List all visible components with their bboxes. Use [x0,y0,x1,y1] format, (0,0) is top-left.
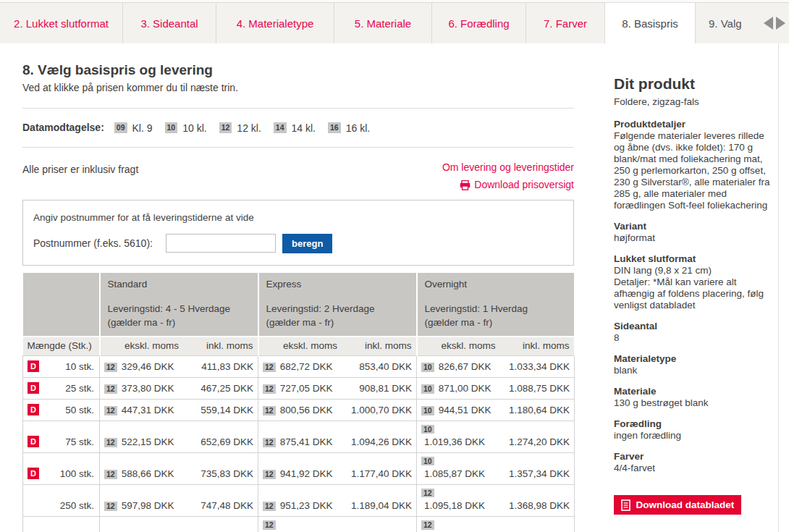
postcode-instruction: Angiv postnummer for at få leveringstide… [33,212,561,223]
time-slot: 09Kl. 9 [114,122,153,134]
price-cell[interactable]: 12329,46 DKK411,83 DKK [100,356,258,378]
download-prices-link[interactable]: Download prisoversigt [442,177,574,194]
service-header-overnight: OvernightLeveringstid: 1 Hverdag(gælder … [417,273,575,337]
price-cell[interactable]: 10826,67 DKK1.033,34 DKK [417,356,575,378]
d-badge: D [28,468,39,479]
price-cell[interactable]: 12800,56 DKK1.000,70 DKK [258,400,417,421]
incl-price[interactable]: 1.180,64 DKK [498,405,570,415]
quantity-value: 250 stk. [28,500,95,511]
quantity-cell: D100 stk. [23,453,100,485]
excl-price[interactable]: 12522,15 DKK [104,436,182,447]
postcode-input[interactable] [166,234,276,253]
price-cell[interactable]: 12522,15 DKK652,69 DKK [100,421,258,453]
scroll-right-icon[interactable] [776,17,785,30]
main-content: 8. Vælg basispris og levering Ved at kli… [22,43,574,532]
excl-price[interactable]: 10944,51 DKK [421,405,498,415]
price-cell[interactable]: 12686,54 DKK858,18 DKK [100,517,258,532]
incl-price[interactable]: 1.088,75 DKK [498,383,570,394]
price-cell[interactable]: 101.019,36 DKK1.274,20 DKK [417,421,575,453]
incl-price[interactable]: 908,81 DKK [340,383,412,394]
incl-price[interactable]: 559,14 DKK [182,405,253,415]
price-cell[interactable]: 12597,98 DKK747,48 DKK [100,485,258,517]
excl-price[interactable]: 12941,92 DKK [263,468,340,479]
incl-price[interactable]: 853,40 DKK [340,361,412,372]
incl-price[interactable]: 1.177,40 DKK [340,468,412,479]
excl-price[interactable]: 121.039,80 DKK [263,519,340,532]
excl-price[interactable]: 101.019,36 DKK [421,423,498,448]
incl-price[interactable]: 1.000,70 DKK [340,405,412,415]
price-cell[interactable]: 12373,80 DKK467,25 DKK [100,378,258,400]
excl-price[interactable]: 121.183,75 DKK [421,519,498,532]
incl-price[interactable]: 747,48 DKK [182,500,253,511]
excl-price[interactable]: 12588,66 DKK [104,468,182,479]
excl-price[interactable]: 12373,80 DKK [104,383,182,394]
calculate-button[interactable]: beregn [282,234,332,253]
incl-price[interactable]: 1.094,26 DKK [340,436,412,447]
excl-price[interactable]: 12597,98 DKK [104,500,182,511]
incl-price-value: 1.000,70 DKK [351,405,412,415]
price-cell[interactable]: 121.095,18 DKK1.368,98 DKK [417,485,575,517]
delivery-info-link[interactable]: Om levering og leveringstider [442,159,574,177]
incl-price[interactable]: 652,69 DKK [182,436,253,447]
spec-label: Materiale [614,386,776,397]
excl-price[interactable]: 10871,00 DKK [421,383,498,394]
tab-5-materiale[interactable]: 5. Materiale [334,3,432,43]
price-cell[interactable]: 121.183,75 DKK1.479,69 DKK [417,517,575,532]
time-label: 14 kl. [292,122,316,134]
tab-2-lukket-slutformat[interactable]: 2. Lukket slutformat [0,3,123,43]
shipping-note: Alle priser er inklusiv fragt [22,164,138,194]
page: 2. Lukket slutformat3. Sideantal4. Mater… [0,0,789,532]
price-cell[interactable]: 10871,00 DKK1.088,75 DKK [417,378,575,400]
price-cell[interactable]: 10944,51 DKK1.180,64 DKK [417,400,575,421]
incl-price[interactable]: 735,83 DKK [182,468,253,479]
price-cell[interactable]: 12727,05 DKK908,81 DKK [258,378,417,400]
scroll-left-icon[interactable] [764,17,773,30]
sidebar-right-border [778,43,779,532]
time-badge: 16 [328,122,341,133]
price-cell[interactable]: 12941,92 DKK1.177,40 DKK [258,453,417,485]
tab-8-basispris[interactable]: 8. Basispris [605,3,696,43]
spec-item: Materialetypeblank [614,353,776,376]
time-label: Kl. 9 [132,122,153,134]
excl-price[interactable]: 121.095,18 DKK [421,487,498,512]
price-cell[interactable]: 121.039,80 DKK1.299,75 DKK [258,517,417,532]
excl-price[interactable]: 12727,05 DKK [263,383,340,394]
excl-price[interactable]: 12800,56 DKK [263,405,340,415]
excl-price[interactable]: 10826,67 DKK [421,361,498,372]
tab-4-materialetype[interactable]: 4. Materialetype [216,3,334,43]
excl-price-value: 951,23 DKK [280,500,333,511]
excl-price[interactable]: 12329,46 DKK [104,361,182,372]
excl-price[interactable]: 12682,72 DKK [263,361,340,372]
tab-7-farver[interactable]: 7. Farver [526,3,605,43]
price-row: 250 stk.12597,98 DKK747,48 DKK12951,23 D… [23,485,575,517]
incl-price-value: 1.189,04 DKK [351,500,412,511]
incl-price[interactable]: 1.357,34 DKK [498,468,570,479]
price-cell[interactable]: 12875,41 DKK1.094,26 DKK [258,421,417,453]
incl-price[interactable]: 1.368,98 DKK [498,500,570,511]
excl-price[interactable]: 101.085,87 DKK [421,455,498,480]
price-cell[interactable]: 12447,31 DKK559,14 DKK [100,400,258,421]
excl-price[interactable]: 12951,23 DKK [263,500,340,511]
time-label: 16 kl. [346,122,370,134]
excl-price[interactable]: 12875,41 DKK [263,436,340,447]
incl-price[interactable]: 1.033,34 DKK [498,361,570,372]
incl-price[interactable]: 1.189,04 DKK [340,500,412,511]
tab-3-sideantal[interactable]: 3. Sideantal [123,3,216,43]
incl-price[interactable]: 1.274,20 DKK [498,436,570,447]
incl-price[interactable]: 411,83 DKK [182,361,253,372]
tab-6-forædling[interactable]: 6. Forædling [432,3,526,43]
price-cell[interactable]: 12588,66 DKK735,83 DKK [100,453,258,485]
excl-price[interactable]: 12447,31 DKK [104,405,182,415]
product-summary-title: Dit produkt [614,78,776,90]
incl-price[interactable]: 467,25 DKK [182,383,253,394]
vat-subheader: ekskl. momsinkl. moms [258,337,417,356]
price-cell[interactable]: 101.085,87 DKK1.357,34 DKK [417,453,575,485]
download-datasheet-label: Download databladet [636,499,735,510]
download-prices-label: Download prisoversigt [474,177,574,194]
price-cell[interactable]: 12682,72 DKK853,40 DKK [258,356,417,378]
time-badge: 12 [263,502,276,511]
price-cell[interactable]: 12951,23 DKK1.189,04 DKK [258,485,417,517]
download-datasheet-button[interactable]: Download databladet [614,495,741,515]
printer-icon [460,180,471,190]
excl-vat-header: ekskl. moms [422,340,496,351]
